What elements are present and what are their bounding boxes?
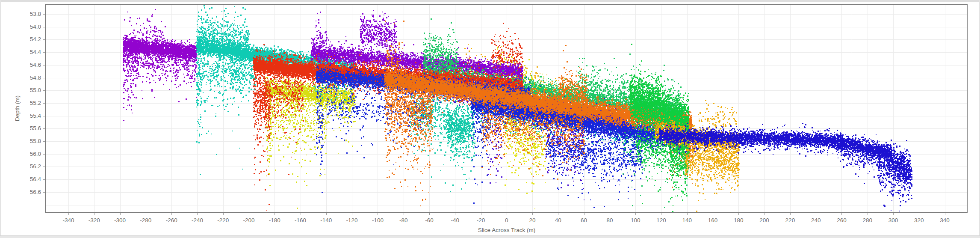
y-tick-label: 56.6 xyxy=(0,188,41,196)
x-tick-label: 120 xyxy=(647,217,675,224)
x-tick-label: 0 xyxy=(493,217,520,224)
x-tick-label: -240 xyxy=(183,217,211,224)
y-tick-mark xyxy=(43,103,45,104)
y-tick-label: 53.8 xyxy=(0,10,41,18)
y-tick-label: 56.0 xyxy=(0,150,41,158)
x-tick-label: -320 xyxy=(80,217,108,224)
x-axis-title: Slice Across Track (m) xyxy=(421,227,592,233)
x-tick-mark xyxy=(171,213,172,215)
x-tick-label: 140 xyxy=(673,217,701,224)
x-tick-label: -140 xyxy=(313,217,340,224)
y-tick-mark xyxy=(43,192,45,193)
x-tick-mark xyxy=(507,213,507,215)
y-tick-label: 55.2 xyxy=(0,99,41,107)
y-tick-label: 54.8 xyxy=(0,74,41,82)
y-tick-label: 54.0 xyxy=(0,23,41,31)
x-tick-label: 220 xyxy=(776,217,804,224)
x-tick-mark xyxy=(738,213,739,215)
x-tick-label: -200 xyxy=(235,217,263,224)
x-tick-label: -180 xyxy=(261,217,288,224)
y-tick-mark xyxy=(43,128,45,129)
panel-top-border xyxy=(0,0,980,2)
x-tick-label: -20 xyxy=(467,217,495,224)
x-tick-label: -340 xyxy=(55,217,82,224)
y-tick-mark xyxy=(43,52,45,53)
y-tick-mark xyxy=(43,78,45,78)
x-tick-mark xyxy=(120,213,121,215)
x-tick-mark xyxy=(816,213,816,215)
x-tick-mark xyxy=(661,213,661,215)
x-tick-mark xyxy=(610,213,610,215)
x-tick-label: -160 xyxy=(287,217,314,224)
x-tick-label: 200 xyxy=(751,217,778,224)
x-tick-mark xyxy=(584,213,584,215)
depth-slice-panel: Depth (m) 53.854.054.254.454.654.855.055… xyxy=(0,0,980,238)
x-tick-mark xyxy=(378,213,378,215)
y-tick-mark xyxy=(43,14,45,15)
y-tick-mark xyxy=(43,65,45,65)
y-tick-mark xyxy=(43,167,45,167)
x-tick-label: -280 xyxy=(132,217,159,224)
x-tick-mark xyxy=(68,213,69,215)
x-tick-label: 320 xyxy=(905,217,933,224)
x-tick-mark xyxy=(223,213,224,215)
y-tick-label: 54.4 xyxy=(0,48,41,56)
x-tick-label: 260 xyxy=(828,217,855,224)
scatter-canvas[interactable] xyxy=(46,5,967,212)
x-tick-label: -100 xyxy=(364,217,391,224)
x-tick-mark xyxy=(352,213,352,215)
y-tick-label: 55.8 xyxy=(0,137,41,145)
x-tick-mark xyxy=(893,213,894,215)
x-tick-mark xyxy=(197,213,198,215)
x-tick-mark xyxy=(404,213,404,215)
x-tick-label: -80 xyxy=(390,217,417,224)
x-tick-mark xyxy=(558,213,558,215)
x-tick-label: 240 xyxy=(802,217,829,224)
x-tick-label: -300 xyxy=(106,217,134,224)
x-tick-mark xyxy=(455,213,455,215)
y-tick-mark xyxy=(43,116,45,116)
y-tick-label: 56.2 xyxy=(0,163,41,170)
x-tick-mark xyxy=(841,213,842,215)
x-tick-label: 340 xyxy=(931,217,959,224)
x-tick-mark xyxy=(301,213,301,215)
y-tick-mark xyxy=(43,39,45,40)
y-tick-mark xyxy=(43,90,45,91)
x-tick-label: -60 xyxy=(416,217,443,224)
x-tick-mark xyxy=(868,213,868,215)
x-tick-label: 20 xyxy=(519,217,546,224)
x-tick-label: 280 xyxy=(854,217,881,224)
x-tick-mark xyxy=(945,213,945,215)
x-tick-mark xyxy=(790,213,791,215)
y-tick-label: 54.6 xyxy=(0,61,41,69)
x-tick-mark xyxy=(765,213,765,215)
y-tick-mark xyxy=(43,179,45,180)
x-tick-mark xyxy=(481,213,481,215)
panel-bottom-border xyxy=(0,235,980,238)
x-tick-label: 180 xyxy=(725,217,752,224)
x-tick-label: -220 xyxy=(210,217,237,224)
y-tick-label: 55.6 xyxy=(0,125,41,132)
x-tick-mark xyxy=(919,213,919,215)
x-tick-mark xyxy=(713,213,713,215)
x-tick-label: 300 xyxy=(880,217,907,224)
y-tick-label: 55.4 xyxy=(0,112,41,120)
x-tick-mark xyxy=(429,213,430,215)
x-tick-mark xyxy=(249,213,249,215)
y-tick-label: 56.4 xyxy=(0,176,41,183)
x-tick-label: 40 xyxy=(544,217,572,224)
x-tick-label: 60 xyxy=(570,217,598,224)
x-tick-mark xyxy=(532,213,533,215)
y-tick-mark xyxy=(43,154,45,155)
x-tick-mark xyxy=(635,213,636,215)
x-tick-label: -40 xyxy=(441,217,469,224)
y-tick-label: 55.0 xyxy=(0,86,41,94)
x-tick-mark xyxy=(326,213,327,215)
x-tick-mark xyxy=(94,213,94,215)
x-tick-mark xyxy=(146,213,146,215)
x-tick-mark xyxy=(687,213,688,215)
x-tick-mark xyxy=(275,213,275,215)
y-tick-label: 54.2 xyxy=(0,36,41,43)
x-tick-label: -120 xyxy=(338,217,366,224)
y-tick-mark xyxy=(43,141,45,142)
